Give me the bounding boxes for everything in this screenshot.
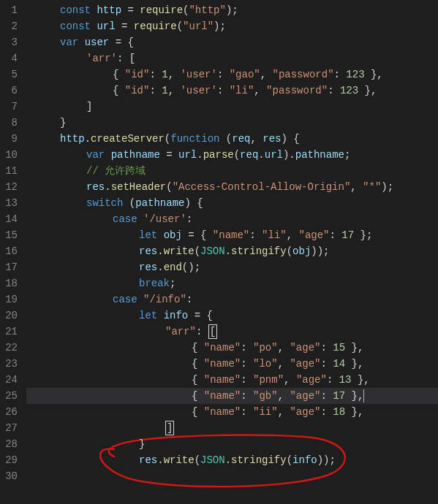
code-line[interactable]: http.createServer(function (req, res) { — [26, 131, 438, 147]
code-line[interactable]: // 允许跨域 — [26, 163, 438, 179]
token-num: 17 — [333, 390, 345, 402]
text-cursor — [363, 389, 364, 402]
code-line[interactable]: { "name": "pnm", "age": 13 }, — [26, 372, 438, 388]
token-pn: ( — [219, 133, 232, 145]
token-pn: , — [350, 181, 363, 193]
token-pn: , — [278, 342, 290, 354]
code-line[interactable]: case "/info": — [26, 291, 438, 308]
code-line[interactable]: { "name": "ii", "age": 18 }, — [26, 404, 438, 420]
token-num: 123 — [340, 85, 358, 96]
token-pn: ( — [123, 197, 135, 209]
line-number: 9 — [0, 131, 18, 147]
code-line[interactable]: var pathname = url.parse(req.url).pathna… — [26, 147, 438, 163]
code-line[interactable] — [26, 468, 438, 484]
token-kw: case — [113, 294, 137, 305]
token-num: 18 — [333, 406, 345, 418]
token-pn: = — [160, 149, 178, 161]
token-pn: : — [149, 69, 162, 80]
token-pn: = { — [109, 37, 134, 48]
token-str: "http" — [189, 4, 225, 16]
token-pn: : — [327, 374, 339, 386]
token-pn: , — [278, 390, 290, 402]
token-str: "age" — [290, 390, 320, 402]
code-line[interactable]: res.write(JSON.stringify(obj)); — [26, 243, 438, 259]
token-str: "url" — [183, 20, 214, 32]
token-var: http — [60, 133, 85, 145]
token-pn: ] — [86, 101, 92, 112]
line-number: 12 — [0, 179, 18, 195]
token-str: "Access-Control-Allow-Origin" — [173, 181, 351, 193]
token-pn: ) { — [282, 133, 300, 145]
code-line[interactable]: case '/user': — [26, 211, 438, 227]
token-cm: // 允许跨域 — [86, 165, 146, 177]
code-area[interactable]: const http = require("http");const url =… — [26, 0, 438, 504]
code-line[interactable]: { "id": 1, 'user': "li", "password": 123… — [26, 83, 438, 99]
code-line[interactable]: let info = { — [26, 308, 438, 324]
code-line[interactable]: break; — [26, 275, 438, 291]
line-number: 18 — [0, 275, 18, 291]
token-fn: require — [134, 20, 177, 32]
code-line[interactable]: let obj = { "name": "li", "age": 17 }; — [26, 227, 438, 243]
code-line[interactable]: const url = require("url"); — [26, 18, 438, 34]
code-line[interactable]: res.end(); — [26, 259, 438, 275]
code-line[interactable]: ] — [26, 420, 438, 436]
line-number: 13 — [0, 195, 18, 211]
token-str: "ii" — [253, 406, 278, 418]
token-var: pathname — [295, 149, 344, 161]
line-number: 26 — [0, 404, 18, 420]
token-pn: }; — [354, 229, 372, 241]
token-pn: } — [139, 438, 145, 450]
code-line[interactable]: switch (pathname) { — [26, 195, 438, 211]
token-pn: , — [168, 69, 181, 80]
code-line[interactable]: "arr": [ — [26, 324, 438, 340]
token-kw: const — [60, 20, 91, 32]
token-str: "name" — [213, 229, 249, 241]
code-line[interactable]: { "name": "lo", "age": 14 }, — [26, 356, 438, 372]
token-pn: }, — [345, 390, 363, 402]
token-str: "name" — [204, 342, 241, 354]
token-kw: let — [139, 229, 157, 241]
token-pn: : — [328, 85, 340, 96]
token-pn — [105, 149, 110, 161]
line-number-gutter: 1234567891011121314151617181920212223242… — [0, 0, 26, 504]
line-number: 25 — [0, 388, 18, 404]
token-num: 14 — [333, 358, 345, 370]
code-line[interactable]: } — [26, 115, 438, 131]
token-pn: : — [320, 390, 333, 402]
token-pn: (); — [182, 261, 200, 273]
token-kw: var — [60, 37, 78, 48]
token-pn: : — [241, 358, 253, 370]
code-line[interactable]: { "id": 1, 'user': "gao", "password": 12… — [26, 66, 438, 83]
code-editor[interactable]: 1234567891011121314151617181920212223242… — [0, 0, 438, 504]
code-line[interactable]: var user = { — [26, 34, 438, 50]
token-pn: ); — [214, 20, 226, 32]
token-var: url — [265, 149, 283, 161]
token-pn: { — [113, 85, 125, 96]
token-pn: }, — [345, 406, 363, 418]
token-kw: function — [170, 133, 219, 145]
token-pn: }, — [345, 358, 363, 370]
token-var: http — [97, 4, 121, 16]
token-pn: = — [116, 20, 134, 32]
line-number: 15 — [0, 227, 18, 243]
code-line[interactable]: const http = require("http"); — [26, 2, 438, 18]
token-kw: var — [86, 149, 105, 161]
token-str: "gb" — [253, 390, 278, 402]
code-line[interactable]: res.setHeader("Access-Control-Allow-Orig… — [26, 179, 438, 195]
token-kw: break — [139, 278, 170, 289]
code-line[interactable]: ] — [26, 99, 438, 115]
token-pn: )); — [317, 454, 336, 466]
token-pn: : — [241, 374, 253, 386]
token-pn: } — [60, 117, 66, 129]
line-number: 19 — [0, 291, 18, 308]
line-number: 22 — [0, 340, 18, 356]
code-line[interactable]: { "name": "po", "age": 15 }, — [26, 340, 438, 356]
token-pn — [78, 37, 84, 48]
token-pn: , — [168, 85, 181, 96]
code-line[interactable]: } — [26, 436, 438, 452]
token-str: "pnm" — [253, 374, 284, 386]
code-line[interactable]: 'arr': [ — [26, 50, 438, 66]
code-line[interactable]: { "name": "gb", "age": 17 }, — [26, 388, 438, 404]
token-pn: ; — [170, 278, 175, 289]
code-line[interactable]: res.write(JSON.stringify(info)); — [26, 452, 438, 468]
